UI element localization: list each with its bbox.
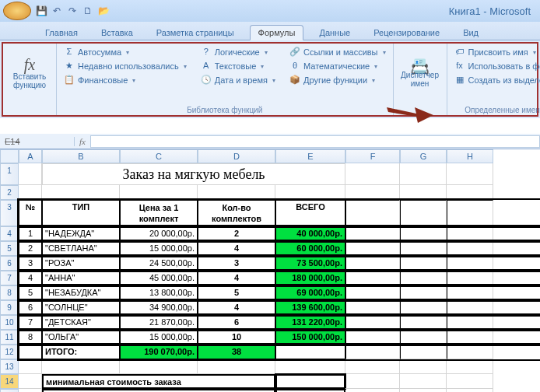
cell[interactable]: "ОЛЬГА" <box>42 330 120 345</box>
row-header[interactable]: 8 <box>0 285 19 300</box>
logical-button[interactable]: ?Логические▾ <box>198 46 278 58</box>
cell[interactable] <box>275 185 345 200</box>
cell[interactable] <box>400 163 447 185</box>
cell[interactable]: ТИП <box>42 200 120 226</box>
cell[interactable]: "СОЛНЦЕ" <box>42 300 120 315</box>
cell[interactable] <box>447 300 493 315</box>
cell[interactable]: 5 <box>19 285 42 300</box>
cell[interactable]: 131 220,00р. <box>275 315 345 330</box>
cell[interactable] <box>447 330 493 345</box>
cell[interactable] <box>345 200 400 226</box>
cell[interactable]: 5 <box>198 285 275 300</box>
cell[interactable]: 7 <box>19 315 42 330</box>
row-header[interactable]: 3 <box>0 200 19 226</box>
cell[interactable]: Цена за 1комплект <box>120 200 198 226</box>
row-header[interactable]: 5 <box>0 241 19 256</box>
cell[interactable]: ИТОГО: <box>42 345 120 359</box>
row-header[interactable]: 11 <box>0 330 19 345</box>
use-in-formula-button[interactable]: fxИспользовать в форм <box>452 60 540 72</box>
row-header[interactable]: 12 <box>0 345 19 359</box>
row-header[interactable]: 6 <box>0 256 19 271</box>
cell[interactable]: 4 <box>198 271 275 285</box>
cell[interactable]: 1 <box>19 226 42 241</box>
cell[interactable] <box>275 359 345 374</box>
cell[interactable] <box>198 359 275 374</box>
cell[interactable] <box>198 185 275 200</box>
cell[interactable]: Кол-вокомплектов <box>198 200 275 226</box>
cell[interactable] <box>400 345 447 359</box>
cell[interactable] <box>275 389 345 392</box>
row-header[interactable]: 14 <box>0 374 19 389</box>
cell[interactable] <box>275 345 345 359</box>
cell[interactable]: 190 070,00р. <box>120 345 198 359</box>
row-header[interactable]: 13 <box>0 359 19 374</box>
cell[interactable] <box>400 256 447 271</box>
cell[interactable]: 20 000,00р. <box>120 226 198 241</box>
cell[interactable] <box>447 285 493 300</box>
cell[interactable]: "НЕЗАБУДКА" <box>42 285 120 300</box>
tab-insert[interactable]: Вставка <box>93 26 141 40</box>
cell[interactable]: 60 000,00р. <box>275 241 345 256</box>
cell[interactable] <box>345 271 400 285</box>
financial-button[interactable]: 📋Финансовые▾ <box>61 74 189 86</box>
cell[interactable] <box>447 256 493 271</box>
cell[interactable] <box>400 300 447 315</box>
cell[interactable] <box>447 226 493 241</box>
name-manager-button[interactable]: 📇 Диспетчер имен <box>398 46 442 104</box>
cell[interactable] <box>120 185 198 200</box>
cell[interactable]: "НАДЕЖДА" <box>42 226 120 241</box>
cell[interactable]: 21 870,00р. <box>120 315 198 330</box>
cell[interactable]: "РОЗА" <box>42 256 120 271</box>
datetime-button[interactable]: 🕓Дата и время▾ <box>198 74 278 86</box>
cell[interactable]: 3 <box>19 256 42 271</box>
undo-icon[interactable]: ↶ <box>51 5 62 16</box>
cell[interactable]: 8 <box>19 330 42 345</box>
row-header[interactable]: 15 <box>0 389 19 392</box>
cell[interactable]: "СВЕТЛАНА" <box>42 241 120 256</box>
cell[interactable]: № <box>19 200 42 226</box>
cell[interactable] <box>345 330 400 345</box>
cell[interactable]: 34 900,00р. <box>120 300 198 315</box>
cell[interactable] <box>400 185 447 200</box>
column-header[interactable]: C <box>120 149 198 163</box>
name-box[interactable]: E14 <box>0 137 75 146</box>
cell[interactable] <box>400 241 447 256</box>
cell[interactable]: 45 000,00р. <box>120 271 198 285</box>
cell[interactable] <box>345 345 400 359</box>
open-icon[interactable]: 📂 <box>98 5 109 16</box>
office-button[interactable] <box>3 2 31 20</box>
cell[interactable]: 10 <box>198 330 275 345</box>
cell[interactable] <box>120 359 198 374</box>
fx-button-icon[interactable]: fx <box>75 137 90 146</box>
redo-icon[interactable]: ↷ <box>67 5 78 16</box>
column-header[interactable]: B <box>42 149 120 163</box>
cell[interactable] <box>345 285 400 300</box>
column-header[interactable]: G <box>400 149 447 163</box>
cell[interactable]: 3 <box>198 256 275 271</box>
cell[interactable] <box>447 374 493 389</box>
cell[interactable] <box>345 256 400 271</box>
row-header[interactable]: 1 <box>0 163 19 185</box>
cell[interactable]: 2 <box>198 226 275 241</box>
column-header[interactable]: E <box>275 149 345 163</box>
insert-function-button[interactable]: fx Вставить функцию <box>8 46 51 104</box>
cell[interactable] <box>447 163 493 185</box>
row-header[interactable]: 2 <box>0 185 19 200</box>
save-icon[interactable]: 💾 <box>36 5 47 16</box>
tab-view[interactable]: Вид <box>455 26 486 40</box>
cell[interactable]: 180 000,00р. <box>275 271 345 285</box>
lookup-button[interactable]: 🔗Ссылки и массивы▾ <box>287 46 388 58</box>
more-button[interactable]: 📦Другие функции▾ <box>287 74 388 86</box>
row-header[interactable]: 10 <box>0 315 19 330</box>
cell[interactable]: 4 <box>198 300 275 315</box>
cell[interactable]: 73 500,00р. <box>275 256 345 271</box>
tab-formulas[interactable]: Формулы <box>250 25 304 40</box>
cell[interactable]: 150 000,00р. <box>275 330 345 345</box>
column-header[interactable]: D <box>198 149 275 163</box>
active-cell[interactable] <box>275 374 345 389</box>
tab-home[interactable]: Главная <box>37 26 86 40</box>
cell[interactable] <box>400 374 447 389</box>
column-header[interactable]: A <box>19 149 42 163</box>
math-button[interactable]: θМатематические▾ <box>287 60 388 72</box>
cell[interactable] <box>447 359 493 374</box>
